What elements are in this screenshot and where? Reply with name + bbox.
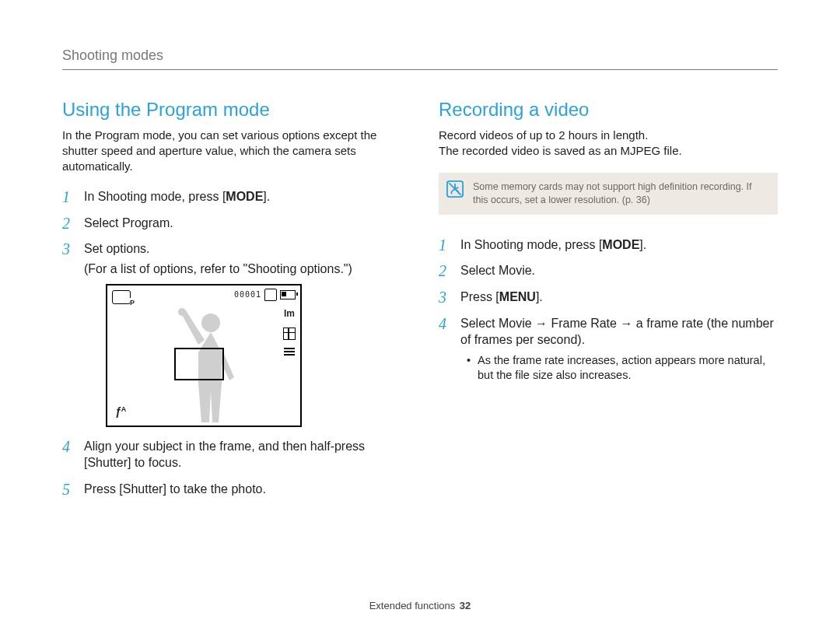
menu-key: MENU: [499, 290, 536, 303]
svg-point-1: [178, 308, 186, 316]
focus-rectangle: [174, 348, 224, 380]
step-4-left: Align your subject in the frame, and the…: [62, 438, 401, 471]
grid-icon: [283, 328, 296, 340]
step-2-left: Select Program.: [62, 215, 401, 232]
metering-icon: [284, 348, 295, 356]
page-footer: Extended functions 32: [0, 600, 840, 612]
column-right: Recording a video Record videos of up to…: [439, 98, 778, 507]
step-4-right: Select Movie → Frame Rate → a frame rate…: [439, 315, 778, 384]
note-memory-card: Some memory cards may not support high d…: [439, 173, 778, 215]
sd-card-icon: [264, 289, 277, 301]
step-5-left: Press [Shutter] to take the photo.: [62, 481, 401, 498]
heading-recording-video: Recording a video: [439, 98, 778, 121]
page-number: 32: [460, 600, 471, 611]
step-1-left: In Shooting mode, press [MODE].: [62, 188, 401, 205]
frame-rate-note: As the frame rate increases, action appe…: [467, 353, 778, 384]
intro-recording-video: Record videos of up to 2 hours in length…: [439, 128, 778, 159]
step-3-subtext: (For a list of options, refer to "Shooti…: [84, 261, 401, 278]
heading-program-mode: Using the Program mode: [62, 98, 401, 121]
size-icon: Im: [284, 307, 295, 320]
steps-recording-video: In Shooting mode, press [MODE]. Select M…: [439, 236, 778, 384]
note-icon: [446, 180, 464, 198]
flash-auto-icon: ƒA: [115, 405, 126, 419]
camera-mode-icon: [112, 290, 131, 304]
svg-point-0: [201, 313, 220, 332]
battery-icon: [280, 290, 296, 299]
step-2-right: Select Movie.: [439, 262, 778, 279]
column-left: Using the Program mode In the Program mo…: [62, 98, 401, 507]
step-1-right: In Shooting mode, press [MODE].: [439, 236, 778, 254]
steps-program-mode: In Shooting mode, press [MODE]. Select P…: [62, 188, 401, 497]
mode-key: MODE: [226, 190, 263, 203]
counter-label: 00001: [234, 289, 261, 300]
mode-key: MODE: [602, 238, 639, 251]
viewfinder-illustration: 00001 Im: [106, 284, 302, 427]
breadcrumb: Shooting modes: [62, 47, 778, 70]
intro-program-mode: In the Program mode, you can set various…: [62, 128, 401, 175]
step-3-left: Set options. (For a list of options, ref…: [62, 240, 401, 426]
step-3-right: Press [MENU].: [439, 289, 778, 306]
